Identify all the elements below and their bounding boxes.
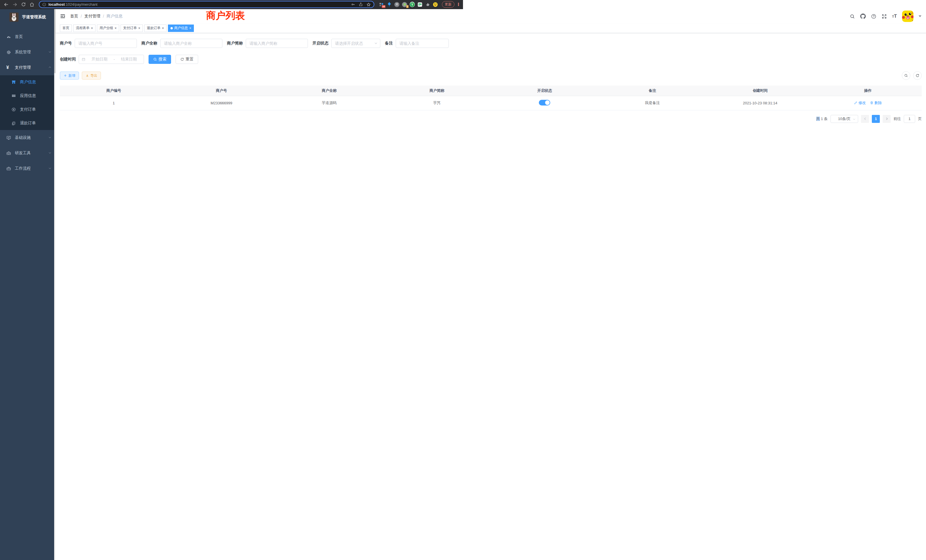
grid-icon [11, 94, 16, 98]
browser-reload-button[interactable] [20, 1, 27, 8]
status-label: 开启状态 [312, 41, 328, 46]
pagination: 共 1 条 10条/页 1 前往 页 [60, 115, 463, 123]
sidebar-item-infra[interactable]: 基础设施 [0, 130, 56, 145]
cell-full-name: 芋道源码 [275, 96, 383, 110]
col-merchant-no: 商户号 [168, 86, 275, 96]
chevron-down-icon [48, 50, 51, 54]
sidebar: 芋道管理系统 首页 系统管理 ¥ 支付管理 商户信息 [0, 9, 56, 280]
active-dot-icon [171, 27, 173, 29]
tab-manager-extension-icon[interactable]: 10 [379, 2, 384, 7]
close-icon[interactable]: × [91, 27, 93, 30]
sidebar-item-label: 研发工具 [15, 151, 48, 156]
command-glyph: ⌘ [394, 2, 399, 7]
close-icon[interactable]: × [162, 27, 164, 30]
close-icon[interactable]: × [189, 27, 191, 30]
close-icon[interactable]: × [115, 27, 117, 30]
tag-user-group[interactable]: 用户分组× [97, 24, 119, 32]
address-bar[interactable]: localhost:1024/pay/merchant [39, 1, 374, 8]
tag-merchant-info[interactable]: 商户信息× [168, 24, 194, 32]
yen-icon: ¥ [6, 65, 11, 70]
breadcrumb-pay[interactable]: 支付管理 [85, 14, 100, 19]
tag-label: 用户分组 [100, 26, 113, 30]
create-time-range-picker[interactable]: 开始日期 - 结束日期 [79, 55, 144, 64]
sidebar-item-home[interactable]: 首页 [0, 29, 56, 44]
merchant-no-input[interactable] [75, 39, 137, 48]
status-select[interactable] [331, 39, 380, 48]
browser-menu-button[interactable]: ••• [457, 3, 460, 6]
recorder-badge: 1 [406, 5, 409, 8]
tag-home[interactable]: 首页 [60, 24, 72, 32]
sidebar-item-workflow[interactable]: 工作流程 [0, 161, 56, 176]
sidebar-item-system[interactable]: 系统管理 [0, 44, 56, 60]
top-navbar: 首页 / 支付管理 / 商户信息 TT [56, 9, 463, 23]
browser-back-button[interactable] [3, 1, 10, 8]
start-date-placeholder[interactable]: 开始日期 [87, 57, 112, 62]
cell-merchant-id: 1 [60, 96, 168, 110]
cell-short-name: 芋艿 [383, 96, 463, 110]
sidebar-collapse-button[interactable] [60, 14, 65, 19]
add-button[interactable]: 新增 [60, 71, 79, 80]
command-extension-icon[interactable]: ⌘ [394, 2, 399, 7]
bookmark-star-icon[interactable] [366, 2, 371, 7]
yen-circle-icon [11, 107, 16, 112]
y-extension-icon[interactable]: Y [410, 2, 415, 7]
sidebar-item-label: 系统管理 [15, 50, 48, 55]
short-name-input[interactable] [246, 39, 308, 48]
chat-extension-icon[interactable] [418, 2, 422, 7]
breadcrumb-home[interactable]: 首页 [70, 14, 78, 19]
kite-extension-icon[interactable] [387, 2, 392, 7]
search-icon [153, 57, 157, 61]
emoji-extension-icon[interactable] [433, 2, 438, 7]
document-copy-icon [11, 121, 16, 126]
password-key-icon[interactable] [351, 2, 355, 6]
sidebar-item-app-info[interactable]: 应用信息 [0, 89, 56, 103]
extensions-puzzle-icon[interactable] [425, 2, 430, 7]
status-select-input[interactable] [331, 39, 380, 48]
sidebar-logo[interactable]: 芋道管理系统 [0, 9, 56, 25]
breadcrumb-separator: / [103, 14, 104, 18]
col-merchant-id: 商户编号 [60, 86, 168, 96]
remark-label: 备注 [385, 41, 393, 46]
export-button[interactable]: 导出 [82, 71, 101, 80]
gear-icon [6, 50, 11, 55]
toolbox-icon [6, 151, 11, 156]
sidebar-item-refund-order[interactable]: 退款订单 [0, 117, 56, 130]
search-button-label: 搜索 [159, 57, 166, 62]
tag-refund-order[interactable]: 退款订单× [144, 24, 166, 32]
sidebar-item-pay[interactable]: ¥ 支付管理 [0, 60, 56, 75]
sidebar-item-pay-order[interactable]: 支付订单 [0, 103, 56, 117]
extensions-area: 10 ⌘ 1 Y [379, 2, 438, 7]
browser-update-button[interactable]: 更新 [442, 1, 454, 8]
add-button-label: 新增 [68, 73, 75, 78]
tag-label: 退款订单 [147, 26, 160, 30]
end-date-placeholder[interactable]: 结束日期 [117, 57, 141, 62]
close-icon[interactable]: × [138, 27, 140, 30]
store-icon [11, 80, 16, 85]
sidebar-item-label: 工作流程 [15, 166, 48, 171]
table-row: 1 M233666999 芋道源码 芋艿 我是备注 2021-10-23 08:… [60, 96, 463, 110]
export-button-label: 导出 [90, 73, 97, 78]
reset-button[interactable]: 重置 [176, 55, 198, 64]
sidebar-item-merchant-info[interactable]: 商户信息 [0, 75, 56, 89]
breadcrumb-separator: / [81, 14, 82, 18]
site-info-icon[interactable] [42, 3, 46, 6]
remark-input[interactable] [396, 39, 449, 48]
chevron-down-icon [48, 166, 51, 171]
merchant-no-label: 商户号 [60, 41, 72, 46]
share-icon[interactable] [359, 2, 363, 6]
monitor-chart-icon [6, 135, 11, 140]
browser-forward-button[interactable] [11, 1, 18, 8]
tag-pay-order[interactable]: 支付订单× [121, 24, 143, 32]
recorder-extension-icon[interactable]: 1 [402, 2, 407, 7]
search-button[interactable]: 搜索 [148, 55, 171, 64]
home-icon [29, 2, 35, 7]
date-separator: - [113, 57, 115, 62]
reload-icon [21, 2, 26, 7]
full-name-input[interactable] [160, 39, 222, 48]
sidebar-item-devtools[interactable]: 研发工具 [0, 145, 56, 161]
tag-process-form[interactable]: 流程表单× [73, 24, 95, 32]
back-arrow-icon [4, 2, 9, 7]
browser-home-button[interactable] [29, 1, 35, 8]
tag-label: 商户信息 [174, 26, 188, 30]
plus-icon [64, 74, 67, 77]
